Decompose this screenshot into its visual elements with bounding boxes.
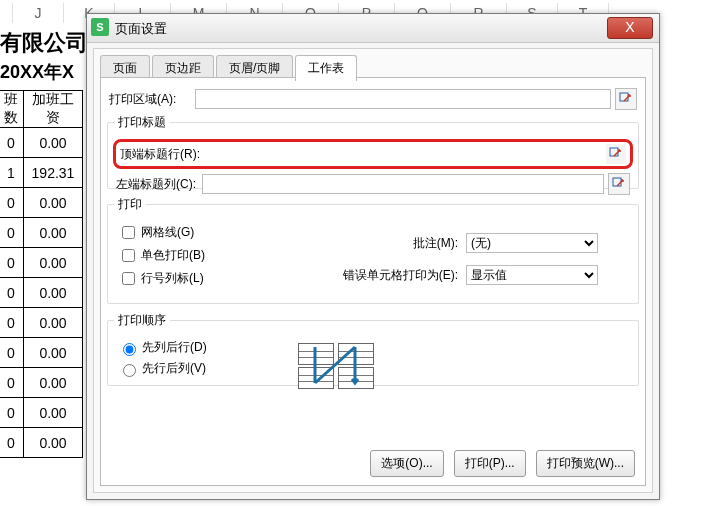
blackwhite-check-input[interactable] bbox=[122, 249, 135, 262]
cell[interactable]: 0.00 bbox=[24, 428, 83, 458]
column-letter[interactable] bbox=[0, 3, 13, 23]
column-letter[interactable]: J bbox=[13, 3, 64, 23]
sheet-panel: 打印区域(A): 打印标题 顶端标题行(R): bbox=[100, 77, 646, 486]
errors-select[interactable]: 显示值 bbox=[466, 265, 598, 285]
table-row: 00.00 bbox=[0, 338, 83, 368]
table-row: 00.00 bbox=[0, 308, 83, 338]
print-legend: 打印 bbox=[114, 196, 146, 213]
sheet-subtitle-fragment: 20XX年X bbox=[0, 60, 74, 84]
blackwhite-label: 单色打印(B) bbox=[141, 247, 205, 264]
page-setup-dialog: S 页面设置 X 页面 页边距 页眉/页脚 工作表 打印区域(A): bbox=[86, 13, 660, 500]
table-row: 00.00 bbox=[0, 218, 83, 248]
print-order-figure bbox=[298, 343, 376, 387]
cell[interactable]: 0.00 bbox=[24, 188, 83, 218]
over-then-down-input[interactable] bbox=[123, 364, 136, 377]
print-area-label: 打印区域(A): bbox=[109, 91, 195, 108]
button-bar: 选项(O)... 打印(P)... 打印预览(W)... bbox=[370, 450, 635, 477]
cell[interactable]: 0.00 bbox=[24, 368, 83, 398]
gridlines-check-input[interactable] bbox=[122, 226, 135, 239]
top-rows-ref-icon[interactable] bbox=[606, 144, 626, 164]
hdr-col0-l1: 班 bbox=[4, 91, 18, 107]
cell[interactable]: 0 bbox=[0, 128, 24, 158]
left-cols-input[interactable] bbox=[202, 174, 604, 194]
cell[interactable]: 0 bbox=[0, 368, 24, 398]
cell[interactable]: 0 bbox=[0, 398, 24, 428]
over-then-down-radio[interactable]: 先行后列(V) bbox=[118, 360, 207, 377]
cell[interactable]: 0.00 bbox=[24, 278, 83, 308]
tab-sheet[interactable]: 工作表 bbox=[295, 55, 357, 81]
table-row: 00.00 bbox=[0, 248, 83, 278]
dialog-title: 页面设置 bbox=[115, 20, 167, 38]
print-titles-legend: 打印标题 bbox=[114, 114, 170, 131]
rowcolhdr-check-input[interactable] bbox=[122, 272, 135, 285]
left-cols-ref-icon[interactable] bbox=[608, 173, 630, 195]
table-row: 00.00 bbox=[0, 128, 83, 158]
hdr-col0-l2: 数 bbox=[4, 109, 18, 125]
cell[interactable]: 0.00 bbox=[24, 338, 83, 368]
gridlines-label: 网格线(G) bbox=[141, 224, 194, 241]
table-row: 00.00 bbox=[0, 368, 83, 398]
close-button[interactable]: X bbox=[607, 17, 653, 39]
sheet-title-fragment: 有限公司 bbox=[0, 28, 88, 58]
cell[interactable]: 0 bbox=[0, 188, 24, 218]
cell[interactable]: 192.31 bbox=[24, 158, 83, 188]
table-row: 1192.31 bbox=[0, 158, 83, 188]
print-area-ref-icon[interactable] bbox=[615, 88, 637, 110]
top-rows-input[interactable] bbox=[206, 144, 602, 164]
table-row: 00.00 bbox=[0, 278, 83, 308]
comments-label: 批注(M): bbox=[328, 235, 466, 252]
cell[interactable]: 0.00 bbox=[24, 128, 83, 158]
svg-rect-0 bbox=[620, 93, 628, 101]
over-then-down-label: 先行后列(V) bbox=[142, 360, 206, 377]
rowcolhdr-label: 行号列标(L) bbox=[141, 270, 204, 287]
svg-rect-2 bbox=[613, 178, 621, 186]
cell[interactable]: 0 bbox=[0, 218, 24, 248]
app-icon: S bbox=[91, 18, 109, 36]
cell[interactable]: 0 bbox=[0, 428, 24, 458]
table-row: 00.00 bbox=[0, 398, 83, 428]
table-row: 00.00 bbox=[0, 188, 83, 218]
top-rows-label: 顶端标题行(R): bbox=[120, 146, 206, 163]
print-preview-button[interactable]: 打印预览(W)... bbox=[536, 450, 635, 477]
left-cols-label: 左端标题列(C): bbox=[116, 176, 202, 193]
cell[interactable]: 0 bbox=[0, 308, 24, 338]
cell[interactable]: 0 bbox=[0, 338, 24, 368]
print-titles-group: 打印标题 顶端标题行(R): 左端标题列(C): bbox=[107, 114, 639, 189]
print-group: 打印 网格线(G) 单色打印(B) 行号列标(L) bbox=[107, 196, 639, 304]
gridlines-checkbox[interactable]: 网格线(G) bbox=[118, 223, 288, 242]
print-button[interactable]: 打印(P)... bbox=[454, 450, 526, 477]
cell[interactable]: 0.00 bbox=[24, 218, 83, 248]
cell[interactable]: 0.00 bbox=[24, 308, 83, 338]
rowcolhdr-checkbox[interactable]: 行号列标(L) bbox=[118, 269, 288, 288]
hdr-col1-l1: 加班工 bbox=[32, 91, 74, 107]
print-area-input[interactable] bbox=[195, 89, 611, 109]
hdr-col1-l2: 资 bbox=[46, 109, 60, 125]
options-button[interactable]: 选项(O)... bbox=[370, 450, 443, 477]
print-order-group: 打印顺序 先列后行(D) 先行后列(V) bbox=[107, 312, 639, 386]
table-row: 00.00 bbox=[0, 428, 83, 458]
titlebar[interactable]: S 页面设置 X bbox=[87, 14, 659, 43]
print-order-legend: 打印顺序 bbox=[114, 312, 170, 329]
cell[interactable]: 0 bbox=[0, 248, 24, 278]
cell[interactable]: 1 bbox=[0, 158, 24, 188]
blackwhite-checkbox[interactable]: 单色打印(B) bbox=[118, 246, 288, 265]
svg-rect-1 bbox=[610, 148, 618, 156]
cell[interactable]: 0 bbox=[0, 278, 24, 308]
cell[interactable]: 0.00 bbox=[24, 248, 83, 278]
down-then-over-input[interactable] bbox=[123, 343, 136, 356]
cell[interactable]: 0.00 bbox=[24, 398, 83, 428]
down-then-over-label: 先列后行(D) bbox=[142, 339, 207, 356]
background-table: 班数 加班工资 00.001192.3100.0000.0000.0000.00… bbox=[0, 90, 83, 458]
comments-select[interactable]: (无) bbox=[466, 233, 598, 253]
errors-label: 错误单元格打印为(E): bbox=[328, 267, 466, 284]
down-then-over-radio[interactable]: 先列后行(D) bbox=[118, 339, 207, 356]
